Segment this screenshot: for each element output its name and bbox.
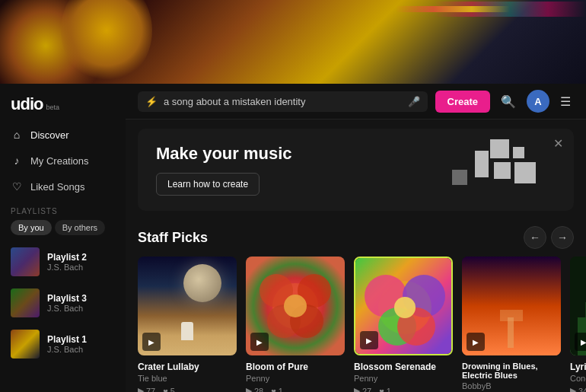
sidebar: udio beta ⌂ Discover ♪ My Creations ♡ Li… — [0, 84, 126, 392]
play-icon: ▶ — [354, 386, 360, 392]
topbar: ⚡ 🎤 Create 🔍 A ☰ — [126, 84, 586, 120]
svg-rect-4 — [514, 162, 536, 183]
playlist-item[interactable]: Playlist 1 J.S. Bach — [0, 323, 126, 365]
music-card[interactable]: ▶ Drowning in Blues, Electric Blues Bobb… — [462, 257, 561, 392]
create-button[interactable]: Create — [435, 91, 490, 113]
play-count: ▶ 28 — [246, 386, 263, 392]
play-count-value: 27 — [362, 387, 371, 393]
play-overlay[interactable]: ▶ — [250, 333, 269, 351]
svg-point-17 — [394, 297, 416, 318]
card-title: Drowning in Blues, Electric Blues — [462, 362, 561, 380]
music-note-icon: ♪ — [11, 155, 23, 167]
card-artist: Penny — [354, 374, 453, 383]
svg-rect-20 — [500, 310, 523, 321]
close-banner-button[interactable]: ✕ — [553, 136, 563, 151]
avatar[interactable]: A — [527, 90, 549, 113]
play-icon: ▶ — [246, 386, 252, 392]
playlist-artist: J.S. Bach — [47, 304, 115, 313]
music-card[interactable]: ▶ Blossom Serenade Penny ▶ 27 ♥ 1 — [354, 257, 453, 392]
svg-rect-2 — [475, 151, 489, 177]
prev-arrow[interactable]: ← — [524, 226, 546, 249]
card-artist: Tie blue — [138, 374, 237, 383]
content-area: ⚡ 🎤 Create 🔍 A ☰ Make your music Learn h… — [126, 84, 586, 392]
card-title: Crater Lullaby — [138, 362, 237, 372]
learn-how-button[interactable]: Learn how to create — [156, 173, 260, 196]
card-stats: ▶ 27 ♥ 1 — [354, 386, 453, 392]
sidebar-item-liked-songs[interactable]: ♡ Liked Songs — [0, 174, 126, 199]
make-music-title: Make your music — [156, 144, 292, 164]
svg-rect-3 — [494, 162, 511, 179]
playlist-item[interactable]: Playlist 3 J.S. Bach — [0, 282, 126, 323]
glitch-overlay-2 — [396, 6, 510, 12]
make-music-graphic — [452, 139, 543, 200]
heart-icon: ♥ — [271, 387, 276, 393]
play-overlay[interactable]: ▶ — [467, 333, 485, 351]
card-image: ▶ — [354, 257, 453, 355]
staff-picks-title: Staff Picks — [138, 230, 208, 246]
playlist-name: Playlist 2 — [47, 252, 115, 263]
heart-icon: ♥ — [163, 387, 168, 393]
search-icon[interactable]: 🔍 — [498, 91, 519, 112]
card-stats: ▶ 28 ♥ 1 — [246, 386, 345, 392]
playlist-info: Playlist 2 J.S. Bach — [47, 252, 115, 272]
play-count: ▶ 27 — [354, 386, 371, 392]
cards-row: ▶ Crater Lullaby Tie blue ▶ 77 ♥ 5 — [126, 257, 586, 392]
tab-by-you[interactable]: By you — [11, 220, 52, 235]
play-count-value: 28 — [254, 387, 263, 393]
card-image: ▶ — [138, 257, 237, 355]
sidebar-item-label: Liked Songs — [30, 181, 85, 193]
playlist-artist: J.S. Bach — [47, 345, 115, 354]
music-card[interactable]: ▶ Lyricles Conor ▶ 34 ♥ 1 — [570, 257, 586, 392]
hero-banner — [0, 0, 586, 84]
playlist-thumb-img — [11, 247, 40, 276]
playlist-thumb-img — [11, 288, 40, 317]
staff-picks-header: Staff Picks ← → — [126, 220, 586, 257]
heart-icon: ♥ — [379, 387, 384, 393]
nav-arrows: ← → — [524, 226, 574, 249]
sidebar-item-my-creations[interactable]: ♪ My Creations — [0, 148, 126, 174]
play-count-value: 77 — [146, 387, 155, 393]
music-card[interactable]: ▶ Crater Lullaby Tie blue ▶ 77 ♥ 5 — [138, 257, 237, 392]
playlist-name: Playlist 1 — [47, 334, 115, 345]
playlists-section-label: PLAYLISTS — [0, 199, 126, 220]
astronaut-graphic — [181, 322, 193, 340]
playlist-info: Playlist 3 J.S. Bach — [47, 293, 115, 313]
play-overlay[interactable]: ▶ — [575, 333, 586, 351]
play-icon: ▶ — [138, 386, 144, 392]
card-image: ▶ — [462, 257, 561, 355]
like-count: ♥ 1 — [379, 386, 391, 392]
play-count-value: 34 — [578, 387, 586, 393]
card-artist: Penny — [246, 374, 345, 383]
play-count: ▶ 77 — [138, 386, 155, 392]
beta-badge: beta — [46, 104, 59, 111]
playlist-item[interactable]: Playlist 2 J.S. Bach — [0, 241, 126, 282]
discover-icon: ⌂ — [11, 129, 23, 141]
menu-icon[interactable]: ☰ — [557, 91, 574, 112]
play-icon: ▶ — [570, 386, 576, 392]
moon-graphic — [183, 264, 221, 302]
svg-rect-0 — [490, 139, 509, 158]
playlist-tabs: By you By others — [0, 220, 126, 241]
sidebar-item-discover[interactable]: ⌂ Discover — [0, 122, 126, 148]
playlist-info: Playlist 1 J.S. Bach — [47, 334, 115, 354]
play-overlay[interactable]: ▶ — [142, 333, 161, 351]
card-image: ▶ — [570, 257, 586, 355]
next-arrow[interactable]: → — [551, 226, 574, 249]
tab-by-others[interactable]: By others — [55, 220, 105, 235]
playlist-thumb-img — [11, 330, 40, 359]
search-bar[interactable]: ⚡ 🎤 — [138, 91, 428, 112]
svg-rect-5 — [452, 170, 467, 185]
bolt-icon: ⚡ — [145, 96, 158, 107]
svg-rect-1 — [513, 147, 524, 158]
like-count: ♥ 5 — [163, 386, 175, 392]
like-count-value: 1 — [387, 387, 391, 393]
card-stats: ▶ 34 ♥ 1 — [570, 386, 586, 392]
play-overlay[interactable]: ▶ — [360, 331, 378, 349]
music-card[interactable]: ▶ Bloom of Pure Penny ▶ 28 ♥ 1 — [246, 257, 345, 392]
playlist-thumbnail — [11, 288, 40, 317]
card-image: ▶ — [246, 257, 345, 355]
like-count-value: 1 — [279, 387, 283, 393]
card-title: Blossom Serenade — [354, 362, 453, 372]
search-input[interactable] — [164, 96, 402, 107]
heart-icon: ♡ — [11, 180, 23, 193]
